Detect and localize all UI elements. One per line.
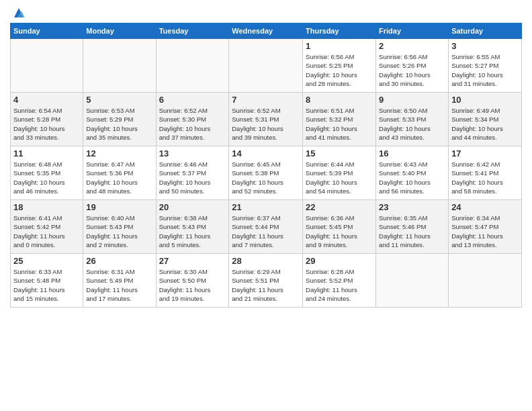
calendar-cell: 6Sunrise: 6:52 AM Sunset: 5:30 PM Daylig… <box>156 93 229 146</box>
calendar-cell <box>449 254 522 308</box>
calendar-cell: 8Sunrise: 6:51 AM Sunset: 5:32 PM Daylig… <box>303 93 376 146</box>
day-number: 27 <box>159 256 226 266</box>
calendar-cell: 18Sunrise: 6:41 AM Sunset: 5:42 PM Dayli… <box>11 200 83 254</box>
weekday-header: Wednesday <box>229 24 303 39</box>
page-container: SundayMondayTuesdayWednesdayThursdayFrid… <box>0 0 532 314</box>
calendar-cell: 14Sunrise: 6:45 AM Sunset: 5:38 PM Dayli… <box>229 146 303 200</box>
day-info: Sunrise: 6:49 AM Sunset: 5:34 PM Dayligh… <box>451 106 519 142</box>
day-info: Sunrise: 6:40 AM Sunset: 5:43 PM Dayligh… <box>86 214 152 249</box>
day-info: Sunrise: 6:56 AM Sunset: 5:26 PM Dayligh… <box>379 52 445 88</box>
day-info: Sunrise: 6:42 AM Sunset: 5:41 PM Dayligh… <box>451 160 519 195</box>
day-number: 4 <box>13 95 80 105</box>
day-number: 7 <box>232 95 300 105</box>
day-info: Sunrise: 6:46 AM Sunset: 5:37 PM Dayligh… <box>159 160 226 195</box>
day-info: Sunrise: 6:37 AM Sunset: 5:44 PM Dayligh… <box>232 214 300 249</box>
calendar-week-row: 11Sunrise: 6:48 AM Sunset: 5:35 PM Dayli… <box>11 146 522 200</box>
logo <box>10 7 26 17</box>
calendar-cell <box>229 39 303 93</box>
day-number: 24 <box>451 202 519 212</box>
weekday-header: Sunday <box>11 24 83 39</box>
weekday-header: Monday <box>83 24 156 39</box>
calendar-cell: 13Sunrise: 6:46 AM Sunset: 5:37 PM Dayli… <box>156 146 229 200</box>
day-number: 15 <box>306 148 373 158</box>
calendar-cell: 26Sunrise: 6:31 AM Sunset: 5:49 PM Dayli… <box>83 254 156 308</box>
day-info: Sunrise: 6:36 AM Sunset: 5:45 PM Dayligh… <box>306 214 373 249</box>
calendar-cell <box>156 39 229 93</box>
day-number: 18 <box>13 202 80 212</box>
day-info: Sunrise: 6:47 AM Sunset: 5:36 PM Dayligh… <box>86 160 152 195</box>
day-info: Sunrise: 6:48 AM Sunset: 5:35 PM Dayligh… <box>13 160 80 195</box>
day-info: Sunrise: 6:30 AM Sunset: 5:50 PM Dayligh… <box>159 267 226 303</box>
day-number: 26 <box>86 256 152 266</box>
calendar-cell: 17Sunrise: 6:42 AM Sunset: 5:41 PM Dayli… <box>449 146 522 200</box>
calendar-cell: 4Sunrise: 6:54 AM Sunset: 5:28 PM Daylig… <box>11 93 83 146</box>
calendar-table: SundayMondayTuesdayWednesdayThursdayFrid… <box>10 23 522 308</box>
calendar-cell: 24Sunrise: 6:34 AM Sunset: 5:47 PM Dayli… <box>449 200 522 254</box>
day-number: 25 <box>13 256 80 266</box>
calendar-cell: 22Sunrise: 6:36 AM Sunset: 5:45 PM Dayli… <box>303 200 376 254</box>
day-info: Sunrise: 6:43 AM Sunset: 5:40 PM Dayligh… <box>379 160 445 195</box>
day-number: 12 <box>86 148 152 158</box>
weekday-header: Friday <box>376 24 449 39</box>
day-info: Sunrise: 6:52 AM Sunset: 5:30 PM Dayligh… <box>159 106 226 142</box>
day-number: 14 <box>232 148 300 158</box>
calendar-cell: 3Sunrise: 6:55 AM Sunset: 5:27 PM Daylig… <box>449 39 522 93</box>
calendar-week-row: 25Sunrise: 6:33 AM Sunset: 5:48 PM Dayli… <box>11 254 522 308</box>
weekday-header: Thursday <box>303 24 376 39</box>
day-info: Sunrise: 6:34 AM Sunset: 5:47 PM Dayligh… <box>451 214 519 249</box>
day-number: 16 <box>379 148 445 158</box>
day-number: 3 <box>451 41 519 51</box>
day-number: 6 <box>159 95 226 105</box>
calendar-cell: 9Sunrise: 6:50 AM Sunset: 5:33 PM Daylig… <box>376 93 449 146</box>
weekday-header: Tuesday <box>156 24 229 39</box>
calendar-cell: 16Sunrise: 6:43 AM Sunset: 5:40 PM Dayli… <box>376 146 449 200</box>
day-number: 23 <box>379 202 445 212</box>
day-number: 11 <box>13 148 80 158</box>
calendar-cell: 25Sunrise: 6:33 AM Sunset: 5:48 PM Dayli… <box>11 254 83 308</box>
day-info: Sunrise: 6:52 AM Sunset: 5:31 PM Dayligh… <box>232 106 300 142</box>
calendar-cell: 10Sunrise: 6:49 AM Sunset: 5:34 PM Dayli… <box>449 93 522 146</box>
day-info: Sunrise: 6:54 AM Sunset: 5:28 PM Dayligh… <box>13 106 80 142</box>
day-info: Sunrise: 6:28 AM Sunset: 5:52 PM Dayligh… <box>306 267 373 303</box>
day-info: Sunrise: 6:45 AM Sunset: 5:38 PM Dayligh… <box>232 160 300 195</box>
calendar-cell: 21Sunrise: 6:37 AM Sunset: 5:44 PM Dayli… <box>229 200 303 254</box>
day-info: Sunrise: 6:55 AM Sunset: 5:27 PM Dayligh… <box>451 52 519 88</box>
calendar-cell: 28Sunrise: 6:29 AM Sunset: 5:51 PM Dayli… <box>229 254 303 308</box>
calendar-header-row: SundayMondayTuesdayWednesdayThursdayFrid… <box>11 24 522 39</box>
day-number: 17 <box>451 148 519 158</box>
calendar-week-row: 1Sunrise: 6:56 AM Sunset: 5:25 PM Daylig… <box>11 39 522 93</box>
day-number: 9 <box>379 95 445 105</box>
calendar-cell: 20Sunrise: 6:38 AM Sunset: 5:43 PM Dayli… <box>156 200 229 254</box>
day-number: 8 <box>306 95 373 105</box>
day-info: Sunrise: 6:41 AM Sunset: 5:42 PM Dayligh… <box>13 214 80 249</box>
calendar-cell: 12Sunrise: 6:47 AM Sunset: 5:36 PM Dayli… <box>83 146 156 200</box>
day-number: 29 <box>306 256 373 266</box>
calendar-cell: 23Sunrise: 6:35 AM Sunset: 5:46 PM Dayli… <box>376 200 449 254</box>
calendar-cell: 11Sunrise: 6:48 AM Sunset: 5:35 PM Dayli… <box>11 146 83 200</box>
day-number: 19 <box>86 202 152 212</box>
day-number: 21 <box>232 202 300 212</box>
calendar-cell: 2Sunrise: 6:56 AM Sunset: 5:26 PM Daylig… <box>376 39 449 93</box>
day-info: Sunrise: 6:56 AM Sunset: 5:25 PM Dayligh… <box>306 52 373 88</box>
calendar-cell: 5Sunrise: 6:53 AM Sunset: 5:29 PM Daylig… <box>83 93 156 146</box>
day-info: Sunrise: 6:38 AM Sunset: 5:43 PM Dayligh… <box>159 214 226 249</box>
day-number: 1 <box>306 41 373 51</box>
day-info: Sunrise: 6:35 AM Sunset: 5:46 PM Dayligh… <box>379 214 445 249</box>
day-info: Sunrise: 6:50 AM Sunset: 5:33 PM Dayligh… <box>379 106 445 142</box>
day-number: 2 <box>379 41 445 51</box>
calendar-cell: 1Sunrise: 6:56 AM Sunset: 5:25 PM Daylig… <box>303 39 376 93</box>
day-number: 10 <box>451 95 519 105</box>
calendar-cell <box>83 39 156 93</box>
day-info: Sunrise: 6:51 AM Sunset: 5:32 PM Dayligh… <box>306 106 373 142</box>
day-info: Sunrise: 6:44 AM Sunset: 5:39 PM Dayligh… <box>306 160 373 195</box>
day-info: Sunrise: 6:53 AM Sunset: 5:29 PM Dayligh… <box>86 106 152 142</box>
calendar-cell <box>11 39 83 93</box>
day-number: 13 <box>159 148 226 158</box>
calendar-cell: 19Sunrise: 6:40 AM Sunset: 5:43 PM Dayli… <box>83 200 156 254</box>
page-header <box>10 7 522 17</box>
day-info: Sunrise: 6:33 AM Sunset: 5:48 PM Dayligh… <box>13 267 80 303</box>
calendar-cell: 15Sunrise: 6:44 AM Sunset: 5:39 PM Dayli… <box>303 146 376 200</box>
calendar-cell: 27Sunrise: 6:30 AM Sunset: 5:50 PM Dayli… <box>156 254 229 308</box>
calendar-cell <box>376 254 449 308</box>
calendar-cell: 7Sunrise: 6:52 AM Sunset: 5:31 PM Daylig… <box>229 93 303 146</box>
